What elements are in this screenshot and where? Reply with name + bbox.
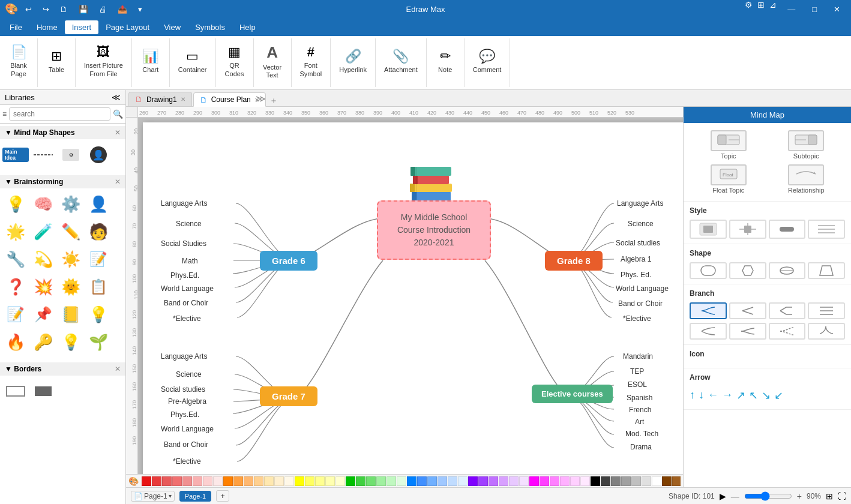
close-borders-btn[interactable]: ✕: [115, 365, 121, 373]
menu-help[interactable]: Help: [232, 20, 263, 34]
color-swatch[interactable]: [611, 476, 621, 486]
center-node[interactable]: My Middle School Course Introduction 202…: [377, 200, 491, 260]
grid-icon[interactable]: ⊞: [757, 0, 765, 18]
elective-topic-8[interactable]: Drama: [630, 443, 652, 451]
export-btn[interactable]: 📤: [114, 4, 131, 15]
border-item-1[interactable]: [2, 378, 29, 404]
palette-icon[interactable]: 🎨: [128, 476, 139, 486]
elective-topic-7[interactable]: Mod. Tech: [625, 430, 658, 438]
menu-page-layout[interactable]: Page Layout: [98, 20, 157, 34]
elective-topic-4[interactable]: Spanish: [627, 394, 652, 402]
borders-header[interactable]: ▼ Borders ✕: [0, 362, 125, 376]
container-button[interactable]: ▭ Container: [173, 41, 212, 82]
shape-opt-4[interactable]: [808, 262, 845, 279]
g7-topic-3[interactable]: Social studies: [161, 385, 205, 394]
expand-icon[interactable]: ⊿: [769, 0, 777, 18]
hyperlink-button[interactable]: 🔗 Hyperlink: [334, 41, 371, 82]
color-swatch[interactable]: [519, 476, 529, 486]
search-input[interactable]: [9, 107, 110, 121]
bs-item-13[interactable]: ❓: [2, 274, 29, 300]
more-btn[interactable]: ▾: [134, 4, 146, 15]
branch-opt-7[interactable]: [769, 323, 806, 340]
collapse-panel-btn[interactable]: ≪: [112, 92, 121, 102]
shape-item-main-idea[interactable]: Main Idea: [2, 142, 29, 168]
color-swatch[interactable]: [386, 476, 396, 486]
branch-opt-2[interactable]: [729, 302, 766, 319]
color-swatch[interactable]: [642, 476, 651, 486]
arrow-ne[interactable]: ↗: [736, 389, 745, 402]
g6-topic-8[interactable]: *Elective: [173, 314, 201, 323]
bs-item-12[interactable]: 📝: [85, 246, 112, 272]
maximize-button[interactable]: □: [806, 0, 823, 18]
bs-item-11[interactable]: ☀️: [58, 246, 84, 272]
color-swatch[interactable]: [193, 476, 202, 486]
arrow-sw[interactable]: ↙: [774, 389, 783, 402]
bs-item-23[interactable]: 💡: [58, 329, 84, 355]
bs-item-20[interactable]: 💡: [85, 301, 112, 328]
elective-topic-6[interactable]: Art: [635, 418, 644, 426]
menu-view[interactable]: View: [157, 20, 188, 34]
arrow-up[interactable]: ↑: [690, 389, 695, 402]
float-topic-btn[interactable]: Float Float Topic: [692, 164, 765, 194]
blank-page-button[interactable]: 📄 BlankPage: [4, 41, 34, 82]
fullscreen-btn[interactable]: ⛶: [838, 491, 846, 501]
color-swatch[interactable]: [407, 476, 416, 486]
g6-topic-2[interactable]: Science: [176, 220, 202, 228]
color-swatch[interactable]: [662, 476, 672, 486]
color-swatch[interactable]: [172, 476, 182, 486]
g8-topic-7[interactable]: Band or Choir: [618, 299, 663, 308]
g8-topic-3[interactable]: Social studies: [616, 239, 660, 247]
settings-icon[interactable]: ⚙: [745, 0, 753, 18]
branch-opt-3[interactable]: [769, 302, 806, 319]
g7-topic-4[interactable]: Pre-Algebra: [168, 397, 206, 406]
mind-map-shapes-header[interactable]: ▼ Mind Map Shapes ✕: [0, 126, 125, 139]
canvas-container[interactable]: My Middle School Course Introduction 202…: [138, 118, 683, 474]
arrow-right[interactable]: →: [722, 389, 733, 402]
g8-topic-5[interactable]: Phys. Ed.: [621, 271, 651, 279]
topic-btn[interactable]: Topic: [692, 130, 765, 160]
print-btn[interactable]: 🖨: [95, 4, 110, 15]
g6-topic-5[interactable]: Phys.Ed.: [170, 271, 199, 280]
insert-picture-button[interactable]: 🖼 Insert PictureFrom File: [79, 41, 128, 82]
close-drawing1-tab[interactable]: ✕: [181, 96, 185, 103]
g8-topic-8[interactable]: *Elective: [623, 314, 651, 323]
color-swatch[interactable]: [152, 476, 161, 486]
color-swatch[interactable]: [376, 476, 386, 486]
border-item-2[interactable]: [30, 378, 56, 404]
add-tab-btn[interactable]: ＋: [269, 95, 278, 106]
arrow-se[interactable]: ↘: [762, 389, 771, 402]
branch-opt-1[interactable]: [690, 302, 727, 319]
redo-btn[interactable]: ↪: [39, 4, 53, 15]
shape-item-branch[interactable]: [30, 142, 56, 168]
color-swatch[interactable]: [325, 476, 335, 486]
bs-item-21[interactable]: 🔥: [2, 329, 29, 355]
page-1-tab[interactable]: Page-1: [179, 491, 211, 502]
shape-item-4[interactable]: 👤: [85, 142, 112, 168]
color-swatch[interactable]: [305, 476, 314, 486]
add-page-btn[interactable]: +: [216, 490, 229, 502]
undo-btn[interactable]: ↩: [22, 4, 35, 15]
color-swatch[interactable]: [621, 476, 631, 486]
color-swatch[interactable]: [509, 476, 519, 486]
color-swatch[interactable]: [550, 476, 559, 486]
tab-drawing1[interactable]: 🗋 Drawing1 ✕: [128, 92, 192, 106]
arrow-left[interactable]: ←: [708, 389, 718, 402]
bs-item-18[interactable]: 📌: [30, 301, 56, 328]
bs-item-5[interactable]: 🌟: [2, 218, 29, 245]
color-swatch[interactable]: [489, 476, 498, 486]
new-btn[interactable]: 🗋: [56, 4, 71, 15]
shape-opt-3[interactable]: [769, 262, 806, 279]
close-brainstorming-btn[interactable]: ✕: [115, 178, 121, 186]
bs-item-15[interactable]: 🌞: [58, 274, 84, 300]
elective-topic-1[interactable]: Mandarin: [623, 352, 653, 361]
g6-topic-4[interactable]: Math: [182, 257, 198, 265]
bs-item-9[interactable]: 🔧: [2, 246, 29, 272]
bs-item-24[interactable]: 🌱: [85, 329, 112, 355]
g8-topic-4[interactable]: Algebra 1: [621, 255, 651, 263]
color-swatch[interactable]: [417, 476, 427, 486]
color-swatch[interactable]: [540, 476, 549, 486]
color-swatch[interactable]: [601, 476, 610, 486]
bs-item-4[interactable]: 👤: [85, 191, 112, 217]
color-swatch[interactable]: [162, 476, 172, 486]
branch-opt-8[interactable]: [808, 323, 845, 340]
